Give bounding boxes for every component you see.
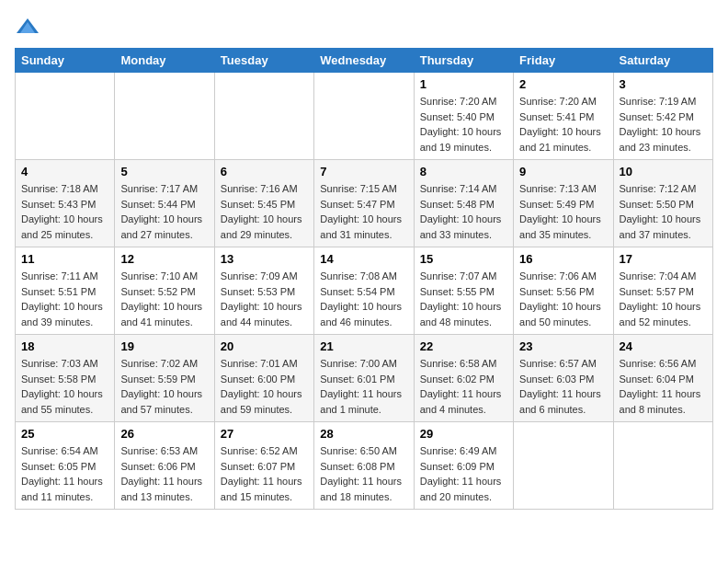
calendar-cell: 17Sunrise: 7:04 AMSunset: 5:57 PMDayligh… bbox=[613, 247, 712, 335]
day-number: 22 bbox=[420, 339, 507, 353]
day-info: Sunrise: 6:54 AMSunset: 6:05 PMDaylight:… bbox=[21, 443, 108, 504]
day-number: 17 bbox=[620, 252, 707, 266]
day-info: Sunrise: 7:15 AMSunset: 5:47 PMDaylight:… bbox=[320, 181, 407, 242]
calendar-cell: 18Sunrise: 7:03 AMSunset: 5:58 PMDayligh… bbox=[16, 335, 115, 422]
day-info: Sunrise: 7:08 AMSunset: 5:54 PMDaylight:… bbox=[320, 269, 407, 329]
day-info: Sunrise: 7:12 AMSunset: 5:50 PMDaylight:… bbox=[620, 181, 707, 242]
day-info: Sunrise: 7:00 AMSunset: 6:01 PMDaylight:… bbox=[320, 356, 407, 417]
calendar-cell: 19Sunrise: 7:02 AMSunset: 5:59 PMDayligh… bbox=[115, 335, 214, 422]
day-number: 21 bbox=[320, 339, 407, 353]
day-info: Sunrise: 7:07 AMSunset: 5:55 PMDaylight:… bbox=[420, 269, 507, 329]
day-info: Sunrise: 6:57 AMSunset: 6:03 PMDaylight:… bbox=[519, 356, 607, 417]
day-number: 26 bbox=[120, 427, 208, 441]
logo-icon bbox=[15, 15, 40, 40]
calendar-cell: 15Sunrise: 7:07 AMSunset: 5:55 PMDayligh… bbox=[414, 247, 513, 335]
day-number: 8 bbox=[420, 165, 507, 178]
day-info: Sunrise: 7:19 AMSunset: 5:42 PMDaylight:… bbox=[620, 94, 707, 155]
day-info: Sunrise: 7:20 AMSunset: 5:41 PMDaylight:… bbox=[519, 94, 607, 155]
day-of-week-header: Thursday bbox=[414, 49, 513, 73]
calendar-cell: 4Sunrise: 7:18 AMSunset: 5:43 PMDaylight… bbox=[16, 160, 115, 247]
day-number: 23 bbox=[519, 339, 607, 353]
calendar-cell: 25Sunrise: 6:54 AMSunset: 6:05 PMDayligh… bbox=[16, 422, 115, 510]
calendar-cell: 16Sunrise: 7:06 AMSunset: 5:56 PMDayligh… bbox=[514, 247, 613, 335]
day-of-week-header: Sunday bbox=[16, 49, 115, 73]
calendar-cell: 14Sunrise: 7:08 AMSunset: 5:54 PMDayligh… bbox=[314, 247, 414, 335]
calendar-cell: 10Sunrise: 7:12 AMSunset: 5:50 PMDayligh… bbox=[613, 160, 712, 247]
day-info: Sunrise: 7:01 AMSunset: 6:00 PMDaylight:… bbox=[221, 356, 308, 417]
day-number: 28 bbox=[320, 427, 407, 441]
calendar-cell: 26Sunrise: 6:53 AMSunset: 6:06 PMDayligh… bbox=[115, 422, 214, 510]
day-info: Sunrise: 6:56 AMSunset: 6:04 PMDaylight:… bbox=[620, 356, 707, 417]
calendar-week-row: 25Sunrise: 6:54 AMSunset: 6:05 PMDayligh… bbox=[16, 422, 713, 510]
day-info: Sunrise: 7:04 AMSunset: 5:57 PMDaylight:… bbox=[620, 269, 707, 329]
day-number: 10 bbox=[620, 165, 707, 178]
day-number: 2 bbox=[519, 77, 607, 91]
day-number: 9 bbox=[519, 165, 607, 178]
day-info: Sunrise: 7:02 AMSunset: 5:59 PMDaylight:… bbox=[120, 356, 208, 417]
day-number: 7 bbox=[320, 165, 407, 178]
calendar-cell bbox=[16, 73, 115, 160]
calendar-cell: 11Sunrise: 7:11 AMSunset: 5:51 PMDayligh… bbox=[16, 247, 115, 335]
calendar-table: SundayMondayTuesdayWednesdayThursdayFrid… bbox=[15, 48, 713, 510]
day-number: 5 bbox=[120, 165, 208, 178]
day-info: Sunrise: 6:58 AMSunset: 6:02 PMDaylight:… bbox=[420, 356, 507, 417]
day-number: 14 bbox=[320, 252, 407, 266]
calendar-cell: 1Sunrise: 7:20 AMSunset: 5:40 PMDaylight… bbox=[414, 73, 513, 160]
calendar-week-row: 18Sunrise: 7:03 AMSunset: 5:58 PMDayligh… bbox=[16, 335, 713, 422]
day-info: Sunrise: 7:09 AMSunset: 5:53 PMDaylight:… bbox=[221, 269, 308, 329]
day-info: Sunrise: 7:18 AMSunset: 5:43 PMDaylight:… bbox=[21, 181, 108, 242]
day-info: Sunrise: 7:10 AMSunset: 5:52 PMDaylight:… bbox=[120, 269, 208, 329]
day-number: 1 bbox=[420, 77, 507, 91]
calendar-cell: 24Sunrise: 6:56 AMSunset: 6:04 PMDayligh… bbox=[613, 335, 712, 422]
day-info: Sunrise: 7:06 AMSunset: 5:56 PMDaylight:… bbox=[519, 269, 607, 329]
day-number: 27 bbox=[221, 427, 308, 441]
day-info: Sunrise: 6:49 AMSunset: 6:09 PMDaylight:… bbox=[420, 443, 507, 504]
day-number: 18 bbox=[21, 339, 108, 353]
day-of-week-header: Tuesday bbox=[214, 49, 313, 73]
calendar-cell: 20Sunrise: 7:01 AMSunset: 6:00 PMDayligh… bbox=[214, 335, 313, 422]
day-number: 13 bbox=[221, 252, 308, 266]
calendar-cell: 23Sunrise: 6:57 AMSunset: 6:03 PMDayligh… bbox=[514, 335, 613, 422]
calendar-cell: 8Sunrise: 7:14 AMSunset: 5:48 PMDaylight… bbox=[414, 160, 513, 247]
day-of-week-header: Monday bbox=[115, 49, 214, 73]
calendar-cell bbox=[314, 73, 414, 160]
day-info: Sunrise: 7:11 AMSunset: 5:51 PMDaylight:… bbox=[21, 269, 108, 329]
calendar-week-row: 4Sunrise: 7:18 AMSunset: 5:43 PMDaylight… bbox=[16, 160, 713, 247]
calendar-week-row: 11Sunrise: 7:11 AMSunset: 5:51 PMDayligh… bbox=[16, 247, 713, 335]
calendar-cell bbox=[115, 73, 214, 160]
day-number: 19 bbox=[120, 339, 208, 353]
day-of-week-header: Saturday bbox=[613, 49, 712, 73]
day-number: 6 bbox=[221, 165, 308, 178]
calendar-cell bbox=[214, 73, 313, 160]
calendar-cell: 5Sunrise: 7:17 AMSunset: 5:44 PMDaylight… bbox=[115, 160, 214, 247]
calendar-cell: 13Sunrise: 7:09 AMSunset: 5:53 PMDayligh… bbox=[214, 247, 313, 335]
calendar-cell: 28Sunrise: 6:50 AMSunset: 6:08 PMDayligh… bbox=[314, 422, 414, 510]
day-info: Sunrise: 7:13 AMSunset: 5:49 PMDaylight:… bbox=[519, 181, 607, 242]
calendar-cell: 2Sunrise: 7:20 AMSunset: 5:41 PMDaylight… bbox=[514, 73, 613, 160]
day-number: 15 bbox=[420, 252, 507, 266]
day-info: Sunrise: 7:03 AMSunset: 5:58 PMDaylight:… bbox=[21, 356, 108, 417]
day-number: 24 bbox=[620, 339, 707, 353]
calendar-header-row: SundayMondayTuesdayWednesdayThursdayFrid… bbox=[16, 49, 713, 73]
calendar-cell: 7Sunrise: 7:15 AMSunset: 5:47 PMDaylight… bbox=[314, 160, 414, 247]
calendar-cell: 29Sunrise: 6:49 AMSunset: 6:09 PMDayligh… bbox=[414, 422, 513, 510]
day-info: Sunrise: 7:14 AMSunset: 5:48 PMDaylight:… bbox=[420, 181, 507, 242]
day-info: Sunrise: 6:52 AMSunset: 6:07 PMDaylight:… bbox=[221, 443, 308, 504]
day-number: 20 bbox=[221, 339, 308, 353]
calendar-cell: 21Sunrise: 7:00 AMSunset: 6:01 PMDayligh… bbox=[314, 335, 414, 422]
day-number: 16 bbox=[519, 252, 607, 266]
day-number: 25 bbox=[21, 427, 108, 441]
logo bbox=[15, 15, 44, 40]
day-info: Sunrise: 7:17 AMSunset: 5:44 PMDaylight:… bbox=[120, 181, 208, 242]
day-number: 11 bbox=[21, 252, 108, 266]
day-number: 3 bbox=[620, 77, 707, 91]
day-info: Sunrise: 6:50 AMSunset: 6:08 PMDaylight:… bbox=[320, 443, 407, 504]
calendar-cell: 3Sunrise: 7:19 AMSunset: 5:42 PMDaylight… bbox=[613, 73, 712, 160]
calendar-week-row: 1Sunrise: 7:20 AMSunset: 5:40 PMDaylight… bbox=[16, 73, 713, 160]
day-info: Sunrise: 7:20 AMSunset: 5:40 PMDaylight:… bbox=[420, 94, 507, 155]
calendar-cell bbox=[514, 422, 613, 510]
page-header bbox=[15, 15, 713, 40]
calendar-cell bbox=[613, 422, 712, 510]
day-info: Sunrise: 6:53 AMSunset: 6:06 PMDaylight:… bbox=[120, 443, 208, 504]
day-number: 29 bbox=[420, 427, 507, 441]
